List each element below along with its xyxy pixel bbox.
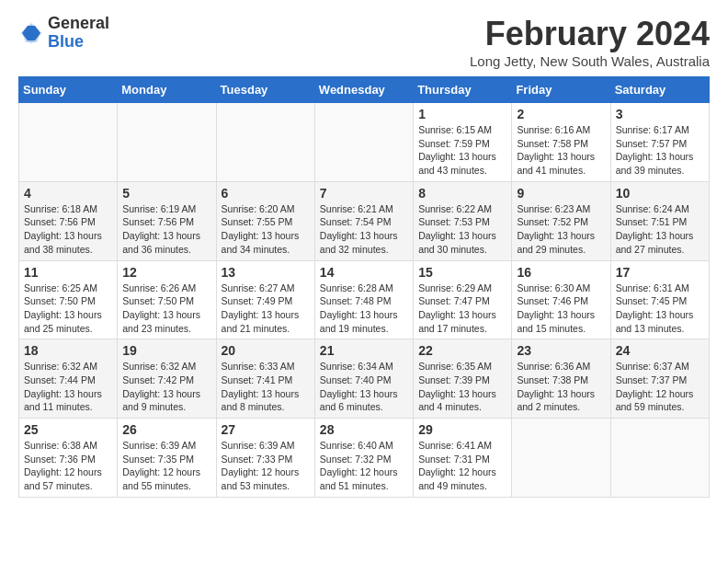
cell-day-number: 1 — [418, 107, 506, 121]
cell-info-text: Sunrise: 6:34 AMSunset: 7:40 PMDaylight:… — [320, 360, 408, 414]
calendar-cell — [19, 103, 118, 182]
calendar-week-row: 1Sunrise: 6:15 AMSunset: 7:59 PMDaylight… — [19, 103, 710, 182]
calendar-cell: 15Sunrise: 6:29 AMSunset: 7:47 PMDayligh… — [414, 260, 512, 339]
cell-day-number: 19 — [122, 343, 210, 358]
cell-day-number: 23 — [517, 343, 605, 358]
location-subtitle: Long Jetty, New South Wales, Australia — [470, 53, 710, 69]
calendar-cell: 24Sunrise: 6:37 AMSunset: 7:37 PMDayligh… — [610, 339, 709, 419]
calendar-week-row: 18Sunrise: 6:32 AMSunset: 7:44 PMDayligh… — [19, 339, 710, 419]
cell-day-number: 13 — [222, 265, 310, 280]
cell-day-number: 4 — [24, 186, 112, 201]
calendar-cell: 11Sunrise: 6:25 AMSunset: 7:50 PMDayligh… — [19, 260, 118, 339]
cell-day-number: 25 — [24, 422, 112, 437]
cell-info-text: Sunrise: 6:31 AMSunset: 7:45 PMDaylight:… — [616, 282, 704, 336]
calendar-cell: 8Sunrise: 6:22 AMSunset: 7:53 PMDaylight… — [414, 181, 512, 260]
cell-info-text: Sunrise: 6:37 AMSunset: 7:37 PMDaylight:… — [616, 360, 704, 414]
cell-info-text: Sunrise: 6:22 AMSunset: 7:53 PMDaylight:… — [418, 202, 506, 257]
cell-day-number: 15 — [418, 265, 506, 280]
cell-info-text: Sunrise: 6:39 AMSunset: 7:33 PMDaylight:… — [222, 439, 310, 493]
cell-info-text: Sunrise: 6:15 AMSunset: 7:59 PMDaylight:… — [418, 123, 506, 178]
month-title: February 2024 — [470, 15, 710, 53]
cell-day-number: 21 — [320, 343, 408, 358]
calendar-cell: 21Sunrise: 6:34 AMSunset: 7:40 PMDayligh… — [314, 339, 413, 419]
cell-info-text: Sunrise: 6:16 AMSunset: 7:58 PMDaylight:… — [517, 123, 605, 178]
calendar-cell: 4Sunrise: 6:18 AMSunset: 7:56 PMDaylight… — [19, 181, 118, 260]
cell-info-text: Sunrise: 6:38 AMSunset: 7:36 PMDaylight:… — [24, 439, 112, 493]
cell-info-text: Sunrise: 6:24 AMSunset: 7:51 PMDaylight:… — [616, 202, 704, 257]
calendar-cell: 3Sunrise: 6:17 AMSunset: 7:57 PMDaylight… — [610, 103, 709, 182]
cell-day-number: 6 — [222, 186, 310, 201]
calendar-cell: 10Sunrise: 6:24 AMSunset: 7:51 PMDayligh… — [610, 181, 709, 260]
cell-info-text: Sunrise: 6:23 AMSunset: 7:52 PMDaylight:… — [517, 202, 605, 257]
calendar-cell: 19Sunrise: 6:32 AMSunset: 7:42 PMDayligh… — [118, 339, 216, 419]
calendar-cell — [610, 419, 709, 498]
calendar-cell: 9Sunrise: 6:23 AMSunset: 7:52 PMDaylight… — [512, 181, 610, 260]
calendar-header-friday: Friday — [512, 77, 610, 103]
cell-day-number: 22 — [418, 343, 506, 358]
cell-info-text: Sunrise: 6:21 AMSunset: 7:54 PMDaylight:… — [320, 202, 408, 257]
calendar-week-row: 25Sunrise: 6:38 AMSunset: 7:36 PMDayligh… — [19, 419, 710, 498]
cell-day-number: 5 — [122, 186, 210, 201]
calendar-cell: 5Sunrise: 6:19 AMSunset: 7:56 PMDaylight… — [118, 181, 216, 260]
cell-day-number: 12 — [122, 265, 210, 280]
cell-day-number: 16 — [517, 265, 605, 280]
calendar-cell — [118, 103, 216, 182]
calendar-cell: 14Sunrise: 6:28 AMSunset: 7:48 PMDayligh… — [314, 260, 413, 339]
cell-day-number: 8 — [418, 186, 506, 201]
logo-icon — [18, 20, 44, 46]
cell-info-text: Sunrise: 6:26 AMSunset: 7:50 PMDaylight:… — [122, 282, 210, 336]
calendar-cell: 27Sunrise: 6:39 AMSunset: 7:33 PMDayligh… — [216, 419, 314, 498]
cell-day-number: 14 — [320, 265, 408, 280]
calendar-header-row: SundayMondayTuesdayWednesdayThursdayFrid… — [19, 77, 710, 103]
calendar-cell: 22Sunrise: 6:35 AMSunset: 7:39 PMDayligh… — [414, 339, 512, 419]
cell-day-number: 28 — [320, 422, 408, 437]
logo-text: General Blue — [48, 15, 109, 52]
calendar-week-row: 4Sunrise: 6:18 AMSunset: 7:56 PMDaylight… — [19, 181, 710, 260]
calendar-cell: 13Sunrise: 6:27 AMSunset: 7:49 PMDayligh… — [216, 260, 314, 339]
cell-day-number: 20 — [222, 343, 310, 358]
calendar-header-sunday: Sunday — [19, 77, 118, 103]
cell-info-text: Sunrise: 6:32 AMSunset: 7:44 PMDaylight:… — [24, 360, 112, 414]
calendar-cell — [314, 103, 413, 182]
logo: General Blue — [18, 15, 109, 52]
calendar-cell: 18Sunrise: 6:32 AMSunset: 7:44 PMDayligh… — [19, 339, 118, 419]
calendar-header-tuesday: Tuesday — [216, 77, 314, 103]
cell-info-text: Sunrise: 6:33 AMSunset: 7:41 PMDaylight:… — [222, 360, 310, 414]
cell-info-text: Sunrise: 6:20 AMSunset: 7:55 PMDaylight:… — [222, 202, 310, 257]
calendar-cell: 28Sunrise: 6:40 AMSunset: 7:32 PMDayligh… — [314, 419, 413, 498]
calendar-cell: 20Sunrise: 6:33 AMSunset: 7:41 PMDayligh… — [216, 339, 314, 419]
cell-info-text: Sunrise: 6:36 AMSunset: 7:38 PMDaylight:… — [517, 360, 605, 414]
calendar-header-saturday: Saturday — [610, 77, 709, 103]
calendar-cell: 26Sunrise: 6:39 AMSunset: 7:35 PMDayligh… — [118, 419, 216, 498]
cell-day-number: 10 — [616, 186, 704, 201]
cell-day-number: 9 — [517, 186, 605, 201]
calendar-cell: 16Sunrise: 6:30 AMSunset: 7:46 PMDayligh… — [512, 260, 610, 339]
cell-day-number: 2 — [517, 107, 605, 121]
calendar-header-wednesday: Wednesday — [314, 77, 413, 103]
cell-day-number: 24 — [616, 343, 704, 358]
cell-info-text: Sunrise: 6:32 AMSunset: 7:42 PMDaylight:… — [122, 360, 210, 414]
cell-info-text: Sunrise: 6:39 AMSunset: 7:35 PMDaylight:… — [122, 439, 210, 493]
calendar-cell: 23Sunrise: 6:36 AMSunset: 7:38 PMDayligh… — [512, 339, 610, 419]
cell-info-text: Sunrise: 6:19 AMSunset: 7:56 PMDaylight:… — [122, 202, 210, 257]
cell-info-text: Sunrise: 6:18 AMSunset: 7:56 PMDaylight:… — [24, 202, 112, 257]
cell-day-number: 17 — [616, 265, 704, 280]
cell-day-number: 27 — [222, 422, 310, 437]
calendar-cell: 29Sunrise: 6:41 AMSunset: 7:31 PMDayligh… — [414, 419, 512, 498]
cell-info-text: Sunrise: 6:30 AMSunset: 7:46 PMDaylight:… — [517, 282, 605, 336]
cell-info-text: Sunrise: 6:40 AMSunset: 7:32 PMDaylight:… — [320, 439, 408, 493]
cell-info-text: Sunrise: 6:28 AMSunset: 7:48 PMDaylight:… — [320, 282, 408, 336]
calendar-cell: 25Sunrise: 6:38 AMSunset: 7:36 PMDayligh… — [19, 419, 118, 498]
calendar-cell: 6Sunrise: 6:20 AMSunset: 7:55 PMDaylight… — [216, 181, 314, 260]
cell-day-number: 26 — [122, 422, 210, 437]
cell-info-text: Sunrise: 6:25 AMSunset: 7:50 PMDaylight:… — [24, 282, 112, 336]
cell-day-number: 18 — [24, 343, 112, 358]
cell-day-number: 11 — [24, 265, 112, 280]
cell-info-text: Sunrise: 6:29 AMSunset: 7:47 PMDaylight:… — [418, 282, 506, 336]
cell-info-text: Sunrise: 6:27 AMSunset: 7:49 PMDaylight:… — [222, 282, 310, 336]
calendar-cell — [512, 419, 610, 498]
calendar-cell — [216, 103, 314, 182]
cell-day-number: 3 — [616, 107, 704, 121]
cell-info-text: Sunrise: 6:35 AMSunset: 7:39 PMDaylight:… — [418, 360, 506, 414]
calendar-cell: 17Sunrise: 6:31 AMSunset: 7:45 PMDayligh… — [610, 260, 709, 339]
